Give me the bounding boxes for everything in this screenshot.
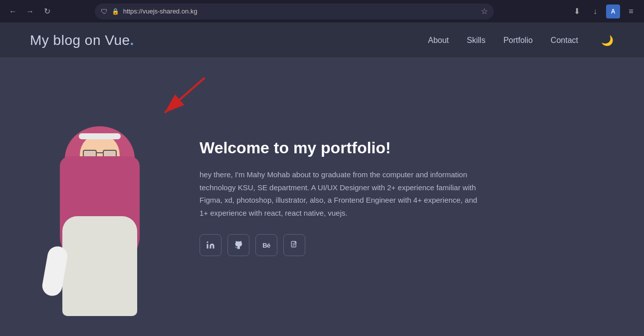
svg-rect-2 — [207, 244, 209, 249]
hero-title: Welcome to my portfolio! — [200, 138, 499, 159]
shield-icon: 🛡 — [101, 7, 108, 15]
pocket-icon[interactable]: ⬇ — [570, 4, 584, 18]
lock-icon: 🔒 — [112, 8, 119, 15]
nav-about[interactable]: About — [428, 36, 449, 45]
red-arrow — [155, 73, 215, 123]
hero-section: Welcome to my portfolio! hey there, I'm … — [0, 58, 644, 336]
hero-content: Welcome to my portfolio! hey there, I'm … — [200, 138, 499, 257]
website: My blog on Vue. About Skills Portfolio C… — [0, 23, 644, 336]
github-icon[interactable] — [227, 234, 249, 256]
download-icon[interactable]: ↓ — [588, 4, 602, 18]
forward-button[interactable]: → — [23, 4, 37, 18]
refresh-button[interactable]: ↻ — [40, 4, 54, 18]
hero-description: hey there, I'm Mahy Mohab about to gradu… — [200, 168, 479, 219]
hero-image-area — [30, 78, 170, 316]
nav-contact[interactable]: Contact — [551, 36, 578, 45]
behance-icon[interactable]: Bé — [255, 234, 277, 256]
browser-nav-buttons: ← → ↻ — [6, 4, 54, 18]
site-header: My blog on Vue. About Skills Portfolio C… — [0, 23, 644, 58]
url-text: https://vuejs-shared.on.kg — [123, 7, 477, 15]
back-button[interactable]: ← — [6, 4, 20, 18]
cv-icon[interactable] — [283, 234, 305, 256]
site-logo: My blog on Vue. — [30, 32, 428, 48]
menu-icon[interactable]: ≡ — [624, 4, 638, 18]
svg-rect-4 — [291, 242, 296, 248]
logo-dot: . — [130, 32, 134, 48]
logo-text: My blog on Vue — [30, 32, 130, 48]
person-figure — [40, 126, 160, 316]
social-icons: Bé — [200, 234, 499, 256]
address-bar[interactable]: 🛡 🔒 https://vuejs-shared.on.kg ☆ — [95, 3, 494, 19]
svg-point-3 — [207, 242, 209, 243]
dark-mode-toggle[interactable]: 🌙 — [600, 33, 614, 47]
site-nav: About Skills Portfolio Contact 🌙 — [428, 33, 614, 47]
bookmark-star-icon[interactable]: ☆ — [481, 6, 488, 16]
linkedin-icon[interactable] — [200, 234, 221, 256]
translate-icon[interactable]: A — [606, 4, 620, 18]
nav-skills[interactable]: Skills — [467, 36, 485, 45]
svg-line-1 — [165, 78, 205, 113]
nav-portfolio[interactable]: Portfolio — [503, 36, 533, 45]
browser-actions: ⬇ ↓ A ≡ — [570, 4, 638, 18]
browser-chrome: ← → ↻ 🛡 🔒 https://vuejs-shared.on.kg ☆ ⬇… — [0, 0, 644, 23]
